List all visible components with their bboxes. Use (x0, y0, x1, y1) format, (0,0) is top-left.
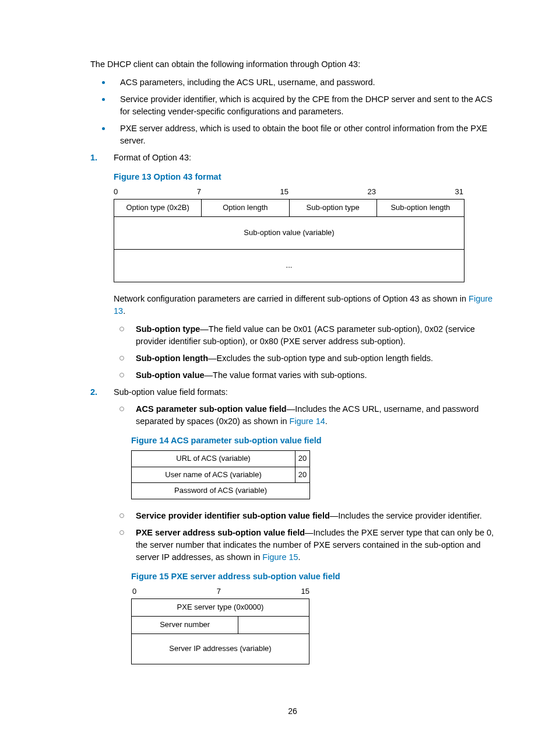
fig13-cell: ... (114, 249, 464, 282)
term: Service provider identifier sub-option v… (136, 511, 330, 520)
text: . (123, 306, 125, 316)
definition: —Excludes the sub-option type and sub-op… (208, 354, 433, 363)
numbered-step-2: 2. Sub-option value field formats: (90, 386, 495, 398)
sub-fmt-item: PXE server address sub-option value fiel… (119, 527, 495, 564)
figure-15-link[interactable]: Figure 15 (262, 552, 298, 562)
bullet-text: Service provider identifier, which is ac… (120, 93, 495, 118)
ruler-tick: 31 (455, 187, 463, 198)
circle-icon (119, 530, 124, 535)
step-number: 2. (90, 386, 114, 398)
figure-13-caption: Figure 13 Option 43 format (114, 171, 495, 183)
circle-icon (119, 356, 124, 360)
term: Sub-option type (136, 324, 200, 334)
figure-14-table: URL of ACS (variable) 20 User name of AC… (131, 450, 310, 500)
bullet-item: PXE server address, which is used to obt… (102, 123, 495, 147)
circle-icon (119, 327, 124, 331)
figure-13-ruler: 0 7 15 23 31 (114, 187, 463, 198)
figure-15-caption: Figure 15 PXE server address sub-option … (131, 570, 495, 583)
sub-def-item: Sub-option length—Excludes the sub-optio… (119, 352, 495, 365)
step-text: Sub-option value field formats: (114, 386, 495, 398)
ruler-tick: 7 (197, 187, 201, 198)
after-fig13-paragraph: Network configuration parameters are car… (114, 293, 495, 317)
definition: —The value format varies with sub-option… (205, 370, 367, 380)
bullet-icon (102, 81, 105, 84)
term: Sub-option length (136, 354, 208, 363)
circle-icon (119, 407, 124, 411)
fig14-cell: 20 (295, 450, 310, 467)
numbered-step-1: 1. Format of Option 43: (90, 152, 495, 164)
circle-icon (119, 513, 124, 518)
figure-13-box: Option type (0x2B) Option length Sub-opt… (114, 199, 464, 282)
figure-14-caption: Figure 14 ACS parameter sub-option value… (131, 435, 495, 447)
fig13-cell: Sub-option length (377, 200, 464, 216)
bullet-item: Service provider identifier, which is ac… (102, 93, 495, 118)
page-number: 26 (90, 705, 495, 717)
step-text: Format of Option 43: (114, 152, 495, 164)
ruler-tick: 0 (132, 586, 136, 597)
fig13-cell: Option type (0x2B) (114, 200, 202, 216)
sub-fmt-item: Service provider identifier sub-option v… (119, 510, 495, 522)
term: Sub-option value (136, 370, 205, 380)
ruler-tick: 7 (217, 586, 221, 597)
sub-fmt-item: ACS parameter sub-option value field—Inc… (119, 403, 495, 428)
fig14-cell: User name of ACS (variable) (132, 467, 295, 483)
figure-15: 0 7 15 PXE server type (0x0000) Server n… (131, 586, 495, 664)
text: Network configuration parameters are car… (114, 294, 469, 303)
text: . (298, 552, 301, 562)
fig14-cell: 20 (295, 467, 310, 483)
ruler-tick: 0 (114, 187, 118, 198)
bullet-icon (102, 98, 105, 101)
text: . (325, 416, 328, 426)
figure-15-box: PXE server type (0x0000) Server number S… (131, 598, 309, 664)
term: PXE server address sub-option value fiel… (136, 528, 305, 537)
fig13-cell: Option length (202, 200, 289, 216)
fig15-cell: Server IP addresses (variable) (132, 634, 309, 664)
bullet-text: PXE server address, which is used to obt… (120, 123, 495, 147)
term: ACS parameter sub-option value field (136, 404, 287, 414)
bullet-icon (102, 127, 105, 130)
bullet-item: ACS parameters, including the ACS URL, u… (102, 76, 495, 89)
figure-13: 0 7 15 23 31 Option type (0x2B) Option l… (114, 187, 495, 282)
fig13-cell: Sub-option type (290, 200, 377, 216)
fig15-cell: PXE server type (0x0000) (132, 599, 309, 616)
figure-15-ruler: 0 7 15 (131, 586, 311, 597)
fig15-cell-empty (238, 617, 309, 634)
figure-14: URL of ACS (variable) 20 User name of AC… (131, 450, 495, 500)
bullet-text: ACS parameters, including the ACS URL, u… (120, 76, 495, 89)
fig14-cell: URL of ACS (variable) (132, 450, 295, 467)
intro-paragraph: The DHCP client can obtain the following… (90, 58, 495, 71)
sub-def-item: Sub-option value—The value format varies… (119, 369, 495, 382)
fig14-cell: Password of ACS (variable) (132, 483, 310, 499)
text: —Includes the service provider identifie… (330, 511, 482, 520)
ruler-tick: 15 (301, 586, 309, 597)
fig13-cell: Sub-option value (variable) (114, 216, 464, 249)
sub-def-item: Sub-option type—The field value can be 0… (119, 323, 495, 348)
ruler-tick: 23 (368, 187, 376, 198)
fig15-cell: Server number (132, 617, 238, 634)
figure-14-link[interactable]: Figure 14 (290, 416, 325, 426)
circle-icon (119, 373, 124, 377)
step-number: 1. (90, 152, 114, 164)
ruler-tick: 15 (280, 187, 288, 198)
